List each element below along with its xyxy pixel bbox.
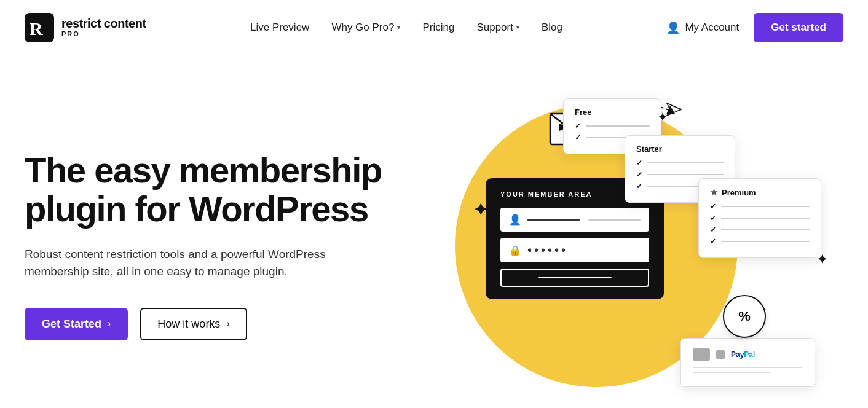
premium-card-row-1: ✓	[710, 202, 810, 211]
payment-panel: PayPal	[680, 338, 815, 387]
lock-field-icon: 🔒	[509, 245, 521, 256]
payment-line-2	[693, 372, 770, 373]
star-decoration-top: ✦	[658, 111, 667, 124]
check-line	[647, 162, 724, 163]
paypal-logo: PayPal	[731, 350, 755, 359]
checkmark-icon: ✓	[710, 214, 716, 222]
premium-card-row-3: ✓	[710, 226, 810, 234]
member-submit-button[interactable]	[500, 269, 649, 287]
nav-item-why-go-pro[interactable]: Why Go Pro? ▾	[331, 22, 400, 34]
free-card-row-1: ✓	[575, 122, 650, 130]
nav-item-pricing[interactable]: Pricing	[422, 22, 454, 34]
checkmark-icon: ✓	[636, 159, 642, 167]
username-field-line	[527, 219, 580, 221]
pricing-card-premium: ★ Premium ✓ ✓ ✓ ✓	[698, 178, 821, 258]
hero-section: The easy membership plugin for WordPress…	[0, 55, 868, 408]
nav-item-support[interactable]: Support ▾	[476, 22, 519, 34]
header-get-started-button[interactable]: Get started	[754, 13, 843, 42]
hero-description: Robust content restriction tools and a p…	[25, 246, 357, 281]
checkmark-icon: ✓	[636, 170, 642, 179]
hero-title: The easy membership plugin for WordPress	[25, 151, 400, 228]
check-line	[721, 241, 810, 242]
starter-card-row-1: ✓	[636, 159, 724, 167]
logo-pro-badge: PRO	[61, 30, 146, 37]
hero-how-it-works-button[interactable]: How it works ›	[140, 308, 247, 340]
my-account-link[interactable]: 👤 My Account	[666, 21, 739, 34]
checkmark-icon: ✓	[575, 122, 581, 130]
hero-get-started-button[interactable]: Get Started ›	[25, 308, 128, 340]
check-line	[721, 206, 810, 207]
chevron-down-icon: ▾	[397, 24, 400, 31]
free-card-title: Free	[575, 108, 650, 117]
hero-left: The easy membership plugin for WordPress…	[25, 151, 424, 340]
checkmark-icon: ✓	[636, 182, 642, 190]
payment-methods-row: PayPal	[693, 348, 802, 361]
header-right: 👤 My Account Get started	[666, 13, 843, 42]
user-field-icon: 👤	[509, 214, 521, 226]
username-field-line2	[588, 219, 641, 221]
check-line	[586, 125, 650, 127]
premium-card-title: ★ Premium	[710, 187, 810, 197]
check-line	[647, 174, 724, 175]
logo-name: restrict content	[61, 17, 146, 30]
arrow-right-icon: ›	[226, 318, 229, 329]
premium-card-row-2: ✓	[710, 214, 810, 222]
member-password-field: 🔒 ••••••	[500, 238, 649, 262]
site-header: R restrict content PRO Live Preview Why …	[0, 0, 868, 55]
checkmark-icon: ✓	[710, 202, 716, 211]
user-icon: 👤	[666, 21, 680, 34]
logo[interactable]: R restrict content PRO	[25, 13, 146, 42]
chevron-down-icon: ▾	[516, 24, 519, 31]
arrow-right-icon: ›	[108, 318, 111, 329]
starter-card-title: Starter	[636, 144, 724, 154]
credit-card-icon	[693, 348, 710, 361]
star-decoration-right: ✦	[817, 252, 827, 267]
member-username-field: 👤	[500, 208, 649, 232]
premium-card-row-4: ✓	[710, 237, 810, 246]
nav-item-blog[interactable]: Blog	[542, 22, 562, 34]
nav-item-live-preview[interactable]: Live Preview	[250, 22, 309, 34]
checkmark-icon: ✓	[710, 237, 716, 246]
checkmark-icon: ✓	[710, 226, 716, 234]
logo-icon: R	[25, 13, 54, 42]
submit-line	[538, 277, 612, 278]
checkmark-icon: ✓	[575, 133, 581, 142]
discount-tag: %	[723, 295, 766, 338]
card-icon-2	[716, 350, 725, 359]
svg-text:R: R	[30, 18, 43, 39]
hero-buttons: Get Started › How it works ›	[25, 308, 400, 340]
hero-illustration: ✦ ✦ ✦ Y	[424, 80, 834, 408]
check-line	[721, 229, 810, 230]
payment-separator	[693, 367, 802, 368]
starter-card-row-2: ✓	[636, 170, 724, 179]
check-line	[721, 218, 810, 219]
star-icon: ★	[710, 187, 718, 197]
main-nav: Live Preview Why Go Pro? ▾ Pricing Suppo…	[250, 22, 562, 34]
star-decoration-left: ✦	[473, 200, 487, 220]
password-dots: ••••••	[527, 244, 641, 256]
